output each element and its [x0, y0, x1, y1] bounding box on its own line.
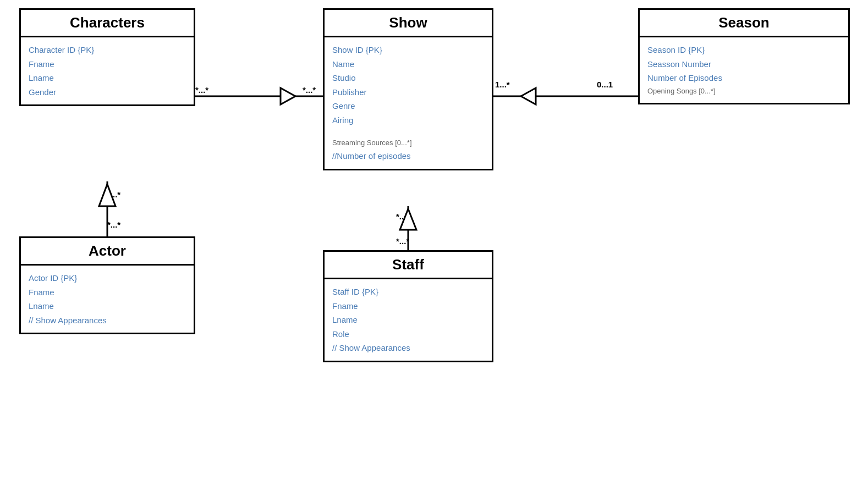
entity-show-title: Show: [389, 14, 427, 31]
entity-staff-header: Staff: [325, 252, 492, 279]
entity-staff: Staff Staff ID {PK} Fname Lname Role // …: [323, 250, 493, 362]
actor-attr-2: Fname: [29, 285, 186, 300]
entity-characters-body: Character ID {PK} Fname Lname Gender: [21, 37, 194, 104]
svg-marker-4: [521, 88, 536, 104]
staff-attr-3: Lname: [332, 313, 484, 327]
char-attr-2: Fname: [29, 57, 186, 71]
actor-attr-3: Lname: [29, 299, 186, 313]
svg-marker-1: [281, 88, 295, 104]
diagram-container: Characters Character ID {PK} Fname Lname…: [0, 0, 868, 497]
entity-show-header: Show: [325, 10, 492, 37]
entity-characters-title: Characters: [70, 14, 145, 31]
staff-attr-4: Role: [332, 327, 484, 341]
season-attr-4: Opening Songs [0...*]: [647, 85, 840, 97]
mult-staff-show-top: *...*: [396, 212, 409, 221]
entity-actor-header: Actor: [21, 238, 194, 266]
mult-actor-chars-top: *...*: [107, 190, 120, 199]
entity-actor: Actor Actor ID {PK} Fname Lname // Show …: [19, 236, 195, 334]
entity-characters: Characters Character ID {PK} Fname Lname…: [19, 8, 195, 106]
entity-characters-header: Characters: [21, 10, 194, 37]
mult-actor-chars-bottom: *...*: [107, 220, 120, 229]
season-attr-2: Seasson Number: [647, 57, 840, 71]
entity-staff-body: Staff ID {PK} Fname Lname Role // Show A…: [325, 279, 492, 361]
show-attr-5: Genre: [332, 99, 484, 113]
entity-show: Show Show ID {PK} Name Studio Publisher …: [323, 8, 493, 170]
mult-chars-show-right: *...*: [303, 85, 316, 95]
show-attr-6: Airing: [332, 113, 484, 128]
show-attr-8: //Number of episodes: [332, 149, 484, 163]
mult-show-season-left: 1...*: [495, 80, 510, 89]
char-attr-3: Lname: [29, 71, 186, 85]
show-attr-4: Publisher: [332, 85, 484, 100]
actor-attr-4: // Show Appearances: [29, 313, 186, 328]
entity-actor-title: Actor: [89, 242, 126, 259]
show-attr-1: Show ID {PK}: [332, 43, 484, 57]
show-attr-2: Name: [332, 57, 484, 71]
season-attr-1: Season ID {PK}: [647, 43, 840, 57]
entity-season-body: Season ID {PK} Seasson Number Number of …: [640, 37, 848, 103]
entity-staff-title: Staff: [392, 256, 424, 273]
staff-attr-5: // Show Appearances: [332, 341, 484, 355]
entity-show-body: Show ID {PK} Name Studio Publisher Genre…: [325, 37, 492, 169]
entity-season: Season Season ID {PK} Seasson Number Num…: [638, 8, 850, 104]
staff-attr-2: Fname: [332, 299, 484, 313]
actor-attr-1: Actor ID {PK}: [29, 271, 186, 285]
season-attr-3: Number of Episodes: [647, 71, 840, 85]
entity-season-header: Season: [640, 10, 848, 37]
char-attr-1: Character ID {PK}: [29, 43, 186, 57]
show-attr-3: Studio: [332, 71, 484, 85]
mult-staff-show-bottom: *...*: [396, 236, 409, 246]
entity-season-title: Season: [718, 14, 770, 31]
mult-show-season-right: 0...1: [597, 80, 613, 89]
entity-actor-body: Actor ID {PK} Fname Lname // Show Appear…: [21, 266, 194, 333]
show-attr-7: Streaming Sources [0...*]: [332, 137, 484, 149]
char-attr-4: Gender: [29, 85, 186, 100]
mult-chars-show-left: *...*: [195, 85, 208, 95]
staff-attr-1: Staff ID {PK}: [332, 285, 484, 299]
